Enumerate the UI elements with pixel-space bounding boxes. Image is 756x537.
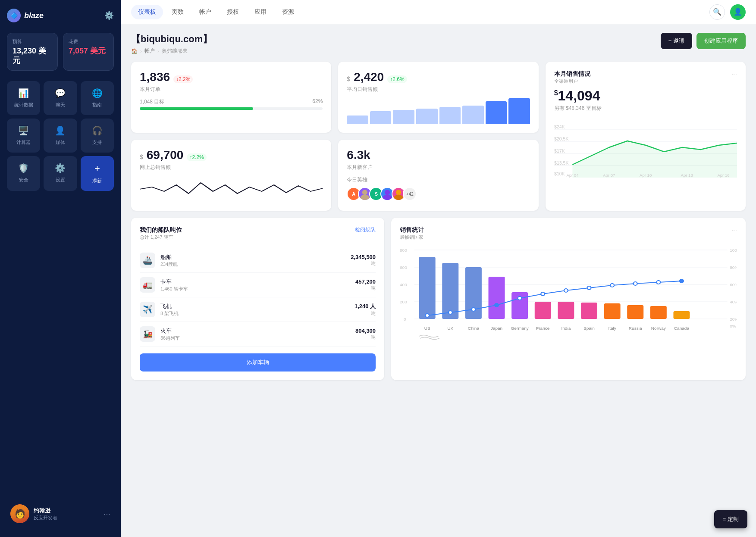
fleet-card: 我们的船队吨位 总计 1,247 辆车 检阅舰队 🚢 船舶 234艘舰 2,34… bbox=[131, 218, 384, 380]
user-name: 约翰逊 bbox=[34, 507, 99, 515]
sidebar-item-support[interactable]: 🎧 支持 bbox=[81, 119, 114, 153]
heroes-section: 今日英雄 A S +42 bbox=[347, 176, 530, 201]
sales-stats-header: 销售统计 最畅销国家 ··· bbox=[400, 226, 737, 240]
sidebar-item-add[interactable]: + 添新 bbox=[81, 156, 114, 191]
country-chart-svg: 800 600 400 200 0 100% 80% 60% 40% 20% 0… bbox=[400, 246, 737, 340]
user-avatar-nav[interactable]: 👤 bbox=[730, 4, 746, 20]
orders-main: 1,836 ↓2.2% bbox=[140, 70, 323, 84]
sidebar-item-calculator[interactable]: 🖥️ 计算器 bbox=[7, 119, 40, 153]
fleet-subtitle: 总计 1,247 辆车 bbox=[140, 234, 182, 240]
customize-button[interactable]: ≡ 定制 bbox=[714, 510, 747, 528]
ship-number: 2,345,500 bbox=[351, 254, 376, 260]
svg-text:40%: 40% bbox=[730, 300, 737, 304]
svg-rect-48 bbox=[674, 311, 690, 319]
settings-icon: ⚙️ bbox=[55, 163, 66, 173]
heroes-label: 今日英雄 bbox=[347, 176, 530, 184]
breadcrumb-home: 🏠 bbox=[131, 48, 138, 54]
sidebar-item-stats[interactable]: 📊 统计数据 bbox=[7, 81, 40, 115]
svg-rect-37 bbox=[419, 257, 436, 319]
svg-point-19 bbox=[396, 190, 401, 195]
sidebar-item-guide[interactable]: 🌐 指南 bbox=[81, 81, 114, 115]
budget-card: 预算 13,230 美元 bbox=[7, 33, 58, 71]
train-count: 36趟列车 bbox=[160, 335, 350, 341]
train-icon: 🚂 bbox=[140, 326, 155, 342]
tab-dashboard[interactable]: 仪表板 bbox=[131, 5, 163, 19]
expense-value: 7,057 美元 bbox=[69, 47, 108, 56]
avg-sales-chart bbox=[347, 98, 530, 124]
fleet-item-truck: 🚛 卡车 1,460 辆卡车 457,200 吨 bbox=[140, 273, 376, 297]
plane-name: 飞机 bbox=[160, 303, 349, 310]
svg-rect-46 bbox=[627, 305, 643, 319]
sidebar-header: 🔷 blaze ⚙️ bbox=[7, 9, 114, 22]
total-sales-label: 网上总销售额 bbox=[140, 164, 323, 171]
svg-rect-44 bbox=[581, 303, 597, 319]
fleet-title: 我们的船队吨位 bbox=[140, 226, 182, 234]
breadcrumb-sep1: › bbox=[140, 48, 142, 54]
tab-auth[interactable]: 授权 bbox=[220, 5, 246, 19]
ship-unit: 吨 bbox=[351, 260, 376, 267]
avg-sales-main: $ 2,420 ↑2.6% bbox=[347, 70, 530, 84]
orders-change: ↓2.2% bbox=[173, 75, 193, 83]
country-chart: 800 600 400 200 0 100% 80% 60% 40% 20% 0… bbox=[400, 246, 737, 340]
tab-pages[interactable]: 页数 bbox=[165, 5, 191, 19]
sales-stats-menu-icon[interactable]: ··· bbox=[731, 226, 737, 234]
user-info: 约翰逊 反应开发者 bbox=[34, 507, 99, 521]
svg-text:France: France bbox=[536, 326, 549, 331]
svg-text:0: 0 bbox=[404, 317, 406, 322]
sidebar-top-settings-icon[interactable]: ⚙️ bbox=[104, 11, 114, 20]
plane-number: 1,240 人 bbox=[354, 303, 376, 310]
bar-1 bbox=[347, 116, 368, 124]
stats-grid: 1,836 ↓2.2% 本月订单 1,048 目标 62% $ bbox=[131, 62, 746, 211]
orders-progress: 1,048 目标 62% bbox=[140, 98, 323, 110]
heroes-avatars: A S +42 bbox=[347, 187, 530, 201]
svg-rect-45 bbox=[604, 303, 621, 319]
logo-area: 🔷 blaze bbox=[7, 9, 44, 22]
svg-point-56 bbox=[587, 286, 591, 290]
add-vehicle-button[interactable]: 添加车辆 bbox=[140, 353, 376, 372]
search-icon[interactable]: 🔍 bbox=[709, 4, 725, 20]
ship-name: 船舶 bbox=[160, 253, 345, 261]
total-sales-value: 69,700 bbox=[147, 148, 184, 162]
main-content: 仪表板 页数 帐户 授权 应用 资源 🔍 👤 【biqubiqu.com】 🏠 … bbox=[121, 0, 756, 537]
svg-text:60%: 60% bbox=[730, 283, 737, 287]
sidebar-item-settings[interactable]: ⚙️ 设置 bbox=[44, 156, 77, 191]
invite-button[interactable]: + 邀请 bbox=[661, 33, 692, 49]
train-info: 火车 36趟列车 bbox=[160, 327, 350, 341]
avatar-face: 🧑 bbox=[10, 504, 29, 523]
dollar-sign: $ bbox=[554, 89, 558, 97]
svg-text:$24K: $24K bbox=[554, 125, 565, 129]
fleet-link[interactable]: 检阅舰队 bbox=[355, 226, 376, 234]
svg-text:Spain: Spain bbox=[583, 326, 595, 331]
stats-icon: 📊 bbox=[18, 88, 29, 98]
chat-icon: 💬 bbox=[55, 88, 66, 98]
svg-text:100%: 100% bbox=[730, 248, 737, 253]
ship-icon: 🚢 bbox=[140, 253, 155, 268]
create-app-button[interactable]: 创建应用程序 bbox=[696, 33, 746, 49]
train-number: 804,300 bbox=[355, 328, 376, 334]
bar-3 bbox=[393, 110, 414, 124]
train-name: 火车 bbox=[160, 327, 350, 335]
sidebar-item-chat[interactable]: 💬 聊天 bbox=[44, 81, 77, 115]
settings-label: 设置 bbox=[56, 177, 65, 183]
monthly-sales-big-value: $14,094 bbox=[554, 88, 737, 104]
truck-value: 457,200 吨 bbox=[355, 278, 376, 291]
tab-app[interactable]: 应用 bbox=[248, 5, 273, 19]
avg-sales-label: 平均日销售额 bbox=[347, 86, 530, 93]
avg-sales-card: $ 2,420 ↑2.6% 平均日销售额 bbox=[338, 62, 538, 133]
svg-text:Apr 07: Apr 07 bbox=[603, 173, 615, 178]
sidebar-item-media[interactable]: 👤 媒体 bbox=[44, 119, 77, 153]
user-more-icon[interactable]: ⋯ bbox=[104, 510, 110, 518]
svg-point-58 bbox=[634, 282, 637, 285]
nav-tabs: 仪表板 页数 帐户 授权 应用 资源 bbox=[131, 5, 301, 19]
truck-info: 卡车 1,460 辆卡车 bbox=[160, 278, 350, 292]
svg-text:$17K: $17K bbox=[554, 149, 565, 153]
orders-card: 1,836 ↓2.2% 本月订单 1,048 目标 62% bbox=[131, 62, 331, 133]
sidebar-item-security[interactable]: 🛡️ 安全 bbox=[7, 156, 40, 191]
svg-point-52 bbox=[495, 303, 499, 307]
tab-account[interactable]: 帐户 bbox=[192, 5, 218, 19]
avg-sales-value: 2,420 bbox=[354, 70, 384, 84]
tab-resources[interactable]: 资源 bbox=[275, 5, 301, 19]
svg-point-15 bbox=[362, 190, 367, 195]
chart-menu-icon[interactable]: ··· bbox=[731, 70, 737, 78]
add-icon: + bbox=[94, 163, 100, 174]
